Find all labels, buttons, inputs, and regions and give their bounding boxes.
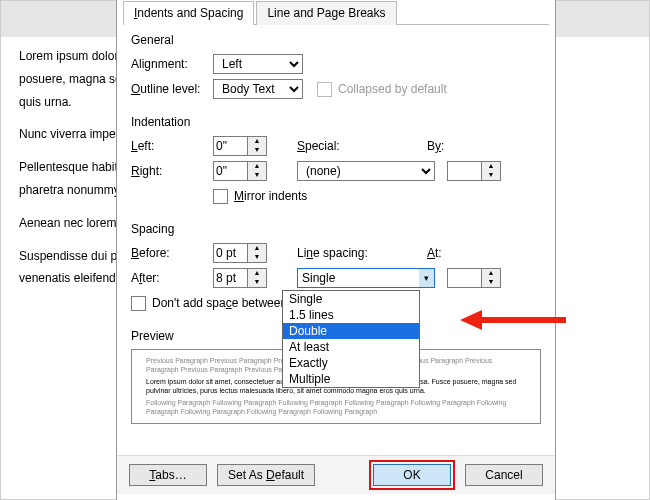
mirror-checkbox[interactable] [213, 189, 228, 204]
spacing-title: Spacing [131, 222, 541, 236]
indentation-section: Indentation Left: ▲▼ Special: By: Right:… [117, 107, 555, 214]
special-label: Special: [297, 139, 397, 153]
mirror-label: Mirror indents [234, 189, 307, 203]
by-spinner[interactable]: ▲▼ [447, 161, 501, 181]
alignment-label: Alignment: [131, 57, 213, 71]
chevron-down-icon: ▾ [419, 269, 434, 287]
ok-button[interactable]: OK [373, 464, 451, 486]
at-spinner[interactable]: ▲▼ [447, 268, 501, 288]
line-spacing-option[interactable]: 1.5 lines [283, 307, 419, 323]
tabs-button[interactable]: Tabs… [129, 464, 207, 486]
indent-left-spinner[interactable]: ▲▼ [213, 136, 267, 156]
general-section: General Alignment: Left Outline level: B… [117, 25, 555, 107]
at-label: At: [427, 246, 473, 260]
indentation-title: Indentation [131, 115, 541, 129]
before-label: Before: [131, 246, 213, 260]
after-label: After: [131, 271, 213, 285]
before-spinner[interactable]: ▲▼ [213, 243, 267, 263]
line-spacing-option[interactable]: Double [283, 323, 419, 339]
indent-right-spinner[interactable]: ▲▼ [213, 161, 267, 181]
set-default-button[interactable]: Set As Default [217, 464, 315, 486]
indent-right-label: Right: [131, 164, 213, 178]
dialog-buttons: Tabs… Set As Default OK Cancel [117, 455, 555, 494]
line-spacing-option[interactable]: At least [283, 339, 419, 355]
line-spacing-option[interactable]: Multiple [283, 371, 419, 387]
indent-left-label: Left: [131, 139, 213, 153]
tab-line-page-breaks[interactable]: Line and Page Breaks [256, 1, 396, 25]
cancel-button[interactable]: Cancel [465, 464, 543, 486]
dont-add-checkbox[interactable] [131, 296, 146, 311]
outline-label: Outline level: [131, 82, 213, 96]
collapsed-checkbox [317, 82, 332, 97]
collapsed-label: Collapsed by default [338, 82, 447, 96]
line-spacing-option[interactable]: Exactly [283, 355, 419, 371]
outline-select[interactable]: Body Text [213, 79, 303, 99]
after-spinner[interactable]: ▲▼ [213, 268, 267, 288]
dialog-tabs: Indents and Spacing Line and Page Breaks [123, 0, 549, 25]
line-spacing-label: Line spacing: [297, 246, 397, 260]
paragraph-dialog: Indents and Spacing Line and Page Breaks… [116, 0, 556, 500]
special-select[interactable]: (none) [297, 161, 435, 181]
alignment-select[interactable]: Left [213, 54, 303, 74]
preview-next: Following Paragraph Following Paragraph … [146, 398, 526, 416]
general-title: General [131, 33, 541, 47]
line-spacing-dropdown[interactable]: Single1.5 linesDoubleAt leastExactlyMult… [282, 290, 420, 388]
by-label: By: [427, 139, 473, 153]
ok-highlight: OK [369, 460, 455, 490]
tab-indents-spacing[interactable]: Indents and Spacing [123, 1, 254, 25]
line-spacing-option[interactable]: Single [283, 291, 419, 307]
line-spacing-select[interactable]: Single▾ [297, 268, 435, 288]
